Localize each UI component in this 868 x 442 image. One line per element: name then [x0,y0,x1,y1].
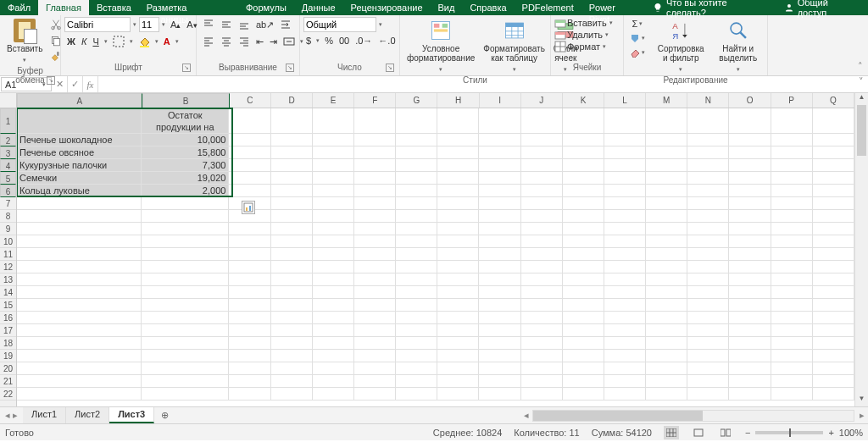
cell[interactable] [437,312,479,324]
percent-button[interactable]: % [322,34,336,47]
row-header[interactable]: 7 [0,197,16,210]
cell[interactable] [563,299,604,312]
cell[interactable] [271,197,313,210]
cell[interactable] [313,197,354,210]
row-header[interactable]: 11 [0,248,16,261]
zoom-control[interactable]: − + 100% [745,428,863,438]
cell[interactable] [437,159,479,172]
cell[interactable] [354,146,396,159]
cell[interactable] [354,362,396,375]
cell[interactable] [396,185,437,197]
row-header[interactable]: 6 [0,185,16,197]
cell[interactable] [142,210,229,223]
cell[interactable] [354,197,396,210]
tab-formulas[interactable]: Формулы [238,0,294,15]
cell[interactable] [521,375,563,388]
cell[interactable] [354,223,396,235]
cell[interactable] [563,375,604,388]
cell[interactable] [229,286,270,299]
wrap-text-button[interactable] [277,17,294,32]
cell[interactable] [604,235,646,248]
cell[interactable] [142,312,229,324]
cell[interactable] [479,235,520,248]
cell[interactable] [271,388,313,401]
cell[interactable] [354,235,396,248]
cell[interactable] [563,146,604,159]
cell[interactable] [729,210,771,223]
cell[interactable] [813,375,854,388]
italic-button[interactable]: К [79,35,89,48]
cell[interactable] [396,159,437,172]
cell[interactable] [142,235,229,248]
cell[interactable] [687,185,729,197]
cell[interactable] [396,108,437,134]
cell[interactable] [687,172,729,185]
tab-pdfelement[interactable]: PDFelement [515,0,581,15]
row-header[interactable]: 8 [0,210,16,223]
cell[interactable] [354,350,396,362]
cell[interactable] [142,223,229,235]
cell[interactable] [771,210,813,223]
dialog-launcher-icon[interactable]: ↘ [386,64,394,72]
cell[interactable] [229,375,270,388]
find-select-button[interactable]: Найти и выделить▾ [712,17,764,75]
cell[interactable] [17,273,142,286]
cell[interactable] [604,388,646,401]
cell[interactable] [813,197,854,210]
cell[interactable] [17,324,142,337]
column-header[interactable]: N [687,93,729,108]
cell[interactable] [437,210,479,223]
cell[interactable] [271,134,313,146]
align-middle-button[interactable] [218,17,235,32]
cell[interactable]: Остаток продукции на складе, руб. [142,108,229,134]
cell[interactable] [437,134,479,146]
column-header[interactable]: A [17,93,142,108]
cell[interactable] [142,362,229,375]
cell[interactable] [396,299,437,312]
cell[interactable] [646,235,687,248]
column-header[interactable]: B [142,93,230,108]
cell[interactable] [17,312,142,324]
cell[interactable] [396,146,437,159]
row-header[interactable]: 4 [0,159,16,172]
cell[interactable] [771,261,813,273]
cell[interactable] [313,248,354,261]
cell[interactable] [229,134,270,146]
cell[interactable] [437,146,479,159]
cell[interactable] [313,223,354,235]
cell[interactable] [604,223,646,235]
font-color-button[interactable]: A [161,35,173,48]
cell[interactable] [813,172,854,185]
cell[interactable] [687,312,729,324]
cell[interactable] [229,324,270,337]
cell[interactable] [142,375,229,388]
cell[interactable] [771,159,813,172]
row-header[interactable]: 21 [0,375,16,388]
horizontal-scrollbar[interactable]: ◂▸ [175,407,868,423]
cell[interactable] [813,235,854,248]
row-header[interactable]: 16 [0,312,16,324]
cell[interactable] [229,350,270,362]
cell[interactable]: Кукурузные палочки [17,159,142,172]
cell[interactable] [479,362,520,375]
cell[interactable] [729,286,771,299]
cell[interactable] [646,273,687,286]
cell[interactable] [563,261,604,273]
cell[interactable] [771,223,813,235]
cell[interactable] [271,324,313,337]
insert-cells-button[interactable]: Вставить▾ [554,17,615,29]
cell[interactable] [313,324,354,337]
align-bottom-button[interactable] [236,17,253,32]
cell[interactable] [354,210,396,223]
cell[interactable] [396,210,437,223]
cell[interactable] [771,286,813,299]
row-header[interactable]: 2 [0,134,16,146]
cell[interactable] [646,337,687,350]
cell[interactable] [687,273,729,286]
cell[interactable] [604,210,646,223]
dialog-launcher-icon[interactable]: ↘ [286,64,294,72]
cell[interactable] [521,362,563,375]
row-header[interactable]: 20 [0,362,16,375]
cell[interactable] [396,350,437,362]
row-header[interactable]: 12 [0,261,16,273]
